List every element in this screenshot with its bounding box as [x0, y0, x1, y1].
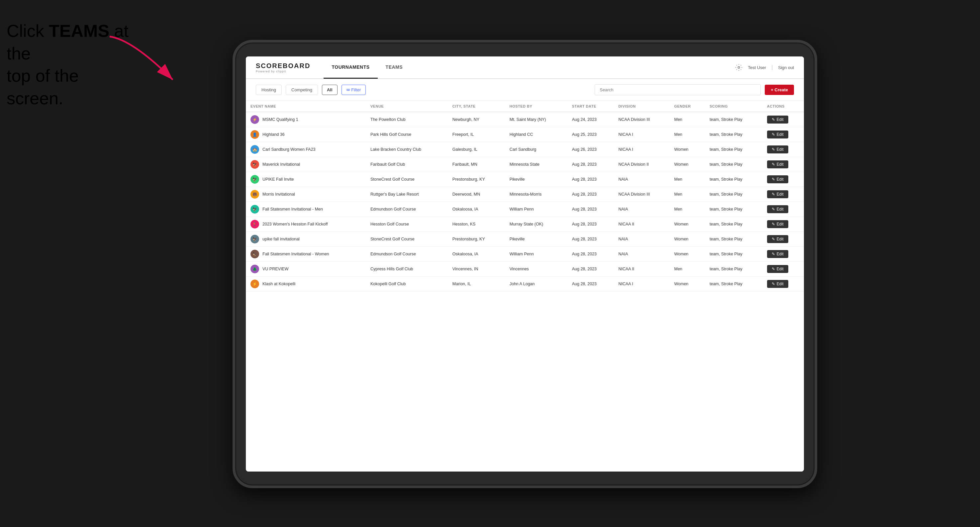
division-cell: NICAA I [614, 127, 670, 142]
hosted-by-cell: Carl Sandburg [505, 142, 567, 157]
actions-cell: ✎ Edit [762, 157, 804, 172]
start-date-cell: Aug 28, 2023 [567, 202, 614, 217]
edit-button[interactable]: ✎ Edit [767, 146, 788, 153]
hosted-by-cell: Murray State (OK) [505, 217, 567, 232]
tab-tournaments[interactable]: TOURNAMENTS [324, 56, 377, 79]
venue-cell: The Powelton Club [366, 112, 448, 127]
table-row: ⚡ MSMC Qualifying 1 The Powelton Club Ne… [246, 112, 804, 127]
event-name: Maverick Invitational [262, 162, 300, 167]
table-row: 🌲 VU PREVIEW Cypress Hills Golf Club Vin… [246, 262, 804, 276]
edit-button[interactable]: ✎ Edit [767, 250, 788, 258]
venue-cell: Kokopelli Golf Club [366, 276, 448, 292]
hosted-by-cell: Pikeville [505, 172, 567, 187]
start-date-cell: Aug 28, 2023 [567, 187, 614, 202]
venue-cell: Edmundson Golf Course [366, 202, 448, 217]
edit-button[interactable]: ✎ Edit [767, 190, 788, 198]
logo-title: SCOREBOARD [256, 62, 310, 70]
event-name: Morris Invitational [262, 192, 295, 197]
hosted-by-cell: John A Logan [505, 276, 567, 292]
create-button[interactable]: + Create [765, 85, 794, 95]
edit-button[interactable]: ✎ Edit [767, 116, 788, 124]
edit-button[interactable]: ✎ Edit [767, 235, 788, 243]
edit-icon: ✎ [772, 237, 775, 241]
city-state-cell: Faribault, MN [448, 157, 505, 172]
start-date-cell: Aug 24, 2023 [567, 112, 614, 127]
edit-button[interactable]: ✎ Edit [767, 265, 788, 273]
col-event-name: EVENT NAME [246, 101, 366, 112]
hosted-by-cell: Minnesota State [505, 157, 567, 172]
hosted-by-cell: William Penn [505, 202, 567, 217]
event-name-cell: 🦅 Fall Statesmen Invitational - Women [246, 247, 366, 262]
scoring-cell: team, Stroke Play [705, 142, 762, 157]
actions-cell: ✎ Edit [762, 202, 804, 217]
actions-cell: ✎ Edit [762, 112, 804, 127]
event-name-cell: ⚡ MSMC Qualifying 1 [246, 112, 366, 127]
team-icon: ⚡ [250, 115, 259, 124]
advanced-filter-button[interactable]: ≡ ≡ Filter [342, 85, 366, 95]
toolbar: Hosting Competing All ≡ ≡ Filter + Creat… [246, 79, 804, 101]
edit-button[interactable]: ✎ Edit [767, 175, 788, 183]
scoring-cell: team, Stroke Play [705, 217, 762, 232]
settings-icon[interactable] [735, 64, 743, 71]
hosted-by-cell: Highland CC [505, 127, 567, 142]
edit-button[interactable]: ✎ Edit [767, 160, 788, 168]
city-state-cell: Prestonsburg, KY [448, 172, 505, 187]
actions-cell: ✎ Edit [762, 247, 804, 262]
edit-button[interactable]: ✎ Edit [767, 205, 788, 213]
event-name-cell: 🐻 Morris Invitational [246, 187, 366, 202]
edit-button[interactable]: ✎ Edit [767, 130, 788, 138]
edit-button[interactable]: ✎ Edit [767, 280, 788, 288]
competing-filter-button[interactable]: Competing [286, 85, 318, 95]
instruction-text: Click TEAMS at thetop of the screen. [6, 20, 133, 110]
actions-cell: ✎ Edit [762, 187, 804, 202]
actions-cell: ✎ Edit [762, 217, 804, 232]
gender-cell: Women [670, 217, 705, 232]
division-cell: NICAA II [614, 262, 670, 276]
edit-icon: ✎ [772, 282, 775, 286]
table-row: 🦅 Fall Statesmen Invitational - Men Edmu… [246, 202, 804, 217]
city-state-cell: Marion, IL [448, 276, 505, 292]
sign-out-link[interactable]: Sign out [778, 65, 794, 70]
actions-cell: ✎ Edit [762, 172, 804, 187]
division-cell: NCAA Division III [614, 112, 670, 127]
edit-icon: ✎ [772, 162, 775, 167]
division-cell: NAIA [614, 172, 670, 187]
table-row: 🦅 Fall Statesmen Invitational - Women Ed… [246, 247, 804, 262]
all-filter-button[interactable]: All [322, 85, 337, 95]
gender-cell: Women [670, 157, 705, 172]
gender-cell: Men [670, 187, 705, 202]
hosting-filter-button[interactable]: Hosting [256, 85, 282, 95]
scoring-cell: team, Stroke Play [705, 127, 762, 142]
start-date-cell: Aug 28, 2023 [567, 247, 614, 262]
gender-cell: Women [670, 247, 705, 262]
venue-cell: Hesston Golf Course [366, 217, 448, 232]
city-state-cell: Freeport, IL [448, 127, 505, 142]
start-date-cell: Aug 26, 2023 [567, 142, 614, 157]
actions-cell: ✎ Edit [762, 127, 804, 142]
gender-cell: Men [670, 202, 705, 217]
gender-cell: Women [670, 232, 705, 247]
venue-cell: Edmundson Golf Course [366, 247, 448, 262]
event-name-cell: 🦅 Maverick Invitational [246, 157, 366, 172]
team-icon: 🏫 [250, 145, 259, 154]
tab-teams[interactable]: TEAMS [378, 56, 411, 79]
scoring-cell: team, Stroke Play [705, 172, 762, 187]
start-date-cell: Aug 28, 2023 [567, 157, 614, 172]
header-right: Test User | Sign out [735, 64, 794, 71]
edit-icon: ✎ [772, 252, 775, 256]
division-cell: NICAA I [614, 142, 670, 157]
start-date-cell: Aug 28, 2023 [567, 232, 614, 247]
table-row: 🦅 upike fall invitational StoneCrest Gol… [246, 232, 804, 247]
edit-button[interactable]: ✎ Edit [767, 220, 788, 228]
scoring-cell: team, Stroke Play [705, 157, 762, 172]
col-hosted-by: HOSTED BY [505, 101, 567, 112]
edit-icon: ✎ [772, 177, 775, 182]
team-icon: 🦅 [250, 160, 259, 169]
division-cell: NCAA Division III [614, 187, 670, 202]
city-state-cell: Prestonsburg, KY [448, 232, 505, 247]
col-actions: ACTIONS [762, 101, 804, 112]
event-name-cell: ⚡ Klash at Kokopelli [246, 276, 366, 292]
search-input[interactable] [595, 84, 761, 95]
team-icon: 🌲 [250, 265, 259, 273]
col-gender: GENDER [670, 101, 705, 112]
